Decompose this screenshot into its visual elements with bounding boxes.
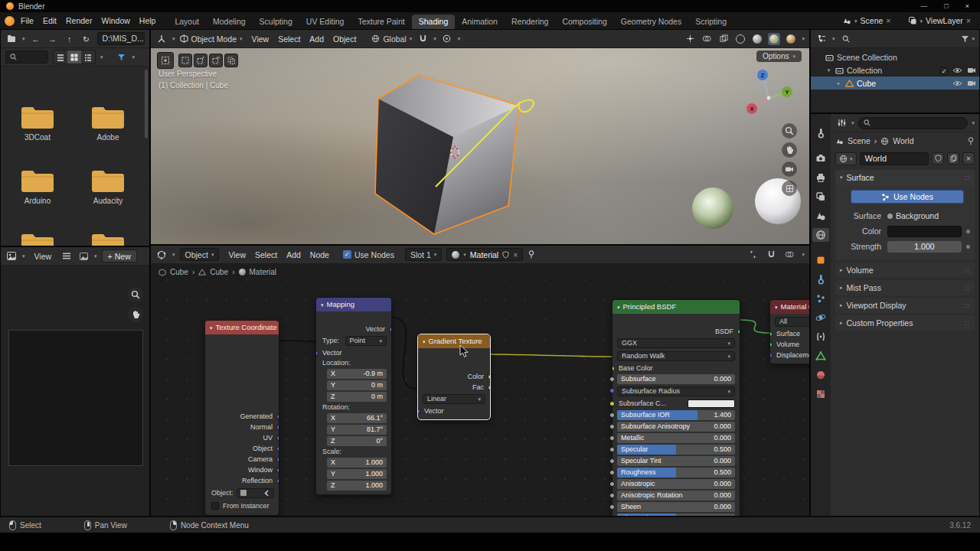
- viewport-3d[interactable]: ▾ Object Mode ▾ ViewSelectAddObject Glob…: [150, 29, 810, 245]
- folder-audacity[interactable]: Audacity: [73, 167, 143, 230]
- properties-tab-object-data[interactable]: [812, 349, 829, 363]
- object-picker-field[interactable]: [237, 488, 274, 498]
- collapse-icon[interactable]: ▾: [423, 339, 426, 344]
- node-socket[interactable]: [609, 424, 615, 429]
- camera-view-icon[interactable]: [782, 161, 797, 177]
- collapse-icon[interactable]: ▾: [617, 305, 620, 310]
- workspace-tab-shading[interactable]: Shading: [412, 15, 456, 29]
- snap-magnet-icon[interactable]: [416, 33, 429, 45]
- properties-tab-modifiers[interactable]: [812, 272, 829, 286]
- use-nodes-checkbox[interactable]: ✓ Use Nodes: [343, 250, 394, 259]
- node-socket[interactable]: [609, 481, 615, 487]
- value-field-y[interactable]: Y1.000: [327, 469, 387, 479]
- menu-edit[interactable]: Edit: [38, 16, 61, 25]
- folder-arduino[interactable]: Arduino: [2, 167, 73, 230]
- shader-menu-add[interactable]: Add: [282, 250, 305, 259]
- strength-field[interactable]: 1.000: [887, 241, 962, 253]
- maximize-button[interactable]: □: [944, 2, 948, 10]
- drag-handle-icon[interactable]: ::: [965, 319, 970, 327]
- expand-icon[interactable]: ▸: [835, 80, 842, 86]
- node-socket[interactable]: [418, 409, 420, 414]
- viewport-editor-icon[interactable]: [155, 33, 168, 45]
- active-tool-button[interactable]: [157, 52, 174, 69]
- check-icon[interactable]: ✓: [940, 66, 948, 75]
- node-socket[interactable]: [770, 342, 773, 347]
- pin-icon[interactable]: [528, 250, 535, 259]
- node-gradient-texture[interactable]: ▾Gradient TextureColorFacLinear▾Vector: [417, 334, 491, 420]
- world-browse-button[interactable]: ▾: [835, 152, 857, 165]
- viewport-zoom-icon[interactable]: [782, 123, 797, 139]
- panel-custom-properties[interactable]: ▸Custom Properties::: [835, 315, 975, 331]
- node-socket[interactable]: [737, 329, 740, 334]
- workspace-tab-uv-editing[interactable]: UV Editing: [299, 15, 351, 29]
- close-button[interactable]: ×: [965, 2, 969, 10]
- options-dropdown[interactable]: Options ▾: [756, 51, 802, 62]
- slider-anisotropic[interactable]: Anisotropic0.000: [617, 479, 735, 489]
- node-socket[interactable]: [609, 504, 615, 510]
- proportional-edit-icon[interactable]: [441, 33, 453, 45]
- properties-tab-output[interactable]: [812, 171, 829, 184]
- viewport-pan-hand-icon[interactable]: [782, 142, 797, 158]
- value-field-z[interactable]: Z0 m: [327, 392, 387, 402]
- shading-rendered-button[interactable]: [785, 33, 797, 45]
- slider-metallic[interactable]: Metallic0.000: [617, 433, 735, 443]
- viewport-menu-add[interactable]: Add: [305, 34, 328, 44]
- menu-view[interactable]: View: [30, 252, 57, 261]
- node-socket[interactable]: [770, 353, 773, 358]
- node-select-subsurface-radius[interactable]: Subsurface Radius▾: [617, 386, 735, 396]
- properties-tab-material[interactable]: [812, 368, 829, 382]
- drag-handle-icon[interactable]: ::: [965, 284, 970, 292]
- properties-editor-icon[interactable]: [835, 117, 848, 129]
- slider-specular-tint[interactable]: Specular Tint0.000: [617, 456, 735, 466]
- node-socket[interactable]: [609, 493, 615, 498]
- sort-arrows-icon[interactable]: [746, 249, 759, 261]
- value-field-z[interactable]: Z1.000: [327, 481, 387, 491]
- breadcrumb-object[interactable]: Cube: [170, 268, 188, 276]
- toggle-ortho-icon[interactable]: [782, 181, 797, 196]
- properties-search-input[interactable]: [858, 117, 969, 129]
- folder-partial-4[interactable]: [2, 230, 73, 246]
- display-thumbnail-button[interactable]: [67, 51, 81, 64]
- shader-menu-node[interactable]: Node: [305, 250, 334, 259]
- refresh-button[interactable]: ↻: [80, 33, 93, 45]
- display-vertical-list-button[interactable]: [54, 51, 67, 64]
- collapse-icon[interactable]: ▾: [775, 305, 778, 310]
- navigation-gizmo[interactable]: Z Y X: [739, 64, 799, 123]
- blender-logo-icon[interactable]: [5, 16, 15, 26]
- workspace-tab-texture-paint[interactable]: Texture Paint: [351, 15, 411, 29]
- select-mode-subtract-button[interactable]: [209, 54, 223, 67]
- folder-adobe[interactable]: Adobe: [73, 103, 143, 167]
- outliner-row-collection[interactable]: ▾Collection✓: [811, 64, 979, 77]
- node-socket[interactable]: [276, 457, 279, 462]
- select-mode-set-button[interactable]: [178, 54, 192, 67]
- panel-viewport-display[interactable]: ▸Viewport Display::: [835, 298, 975, 313]
- node-socket[interactable]: [276, 446, 279, 452]
- properties-tab-world[interactable]: [812, 228, 829, 242]
- properties-tab-physics[interactable]: [812, 311, 829, 324]
- breadcrumb-material[interactable]: Material: [250, 268, 277, 276]
- show-gizmos-icon[interactable]: [684, 33, 696, 45]
- surface-shader-value[interactable]: Background: [887, 211, 972, 220]
- workspace-tab-sculpting[interactable]: Sculpting: [253, 15, 299, 29]
- outliner-filter[interactable]: ▾: [961, 35, 975, 43]
- collapse-icon[interactable]: ▾: [321, 302, 324, 308]
- forward-button[interactable]: →: [47, 33, 59, 45]
- node-socket[interactable]: [609, 447, 615, 452]
- menu-window[interactable]: Window: [96, 16, 134, 25]
- folder-3dcoat[interactable]: 3DCoat: [2, 103, 73, 167]
- image-editor-icon[interactable]: [5, 250, 18, 262]
- transform-orientation-dropdown[interactable]: Global ▾: [371, 34, 412, 44]
- node-select-all[interactable]: All▾: [775, 317, 810, 327]
- select-mode-intersect-button[interactable]: [224, 54, 238, 67]
- expand-icon[interactable]: ▾: [825, 67, 832, 73]
- chevron-down-icon[interactable]: ▾: [100, 54, 103, 60]
- scrollbar[interactable]: [145, 70, 148, 139]
- node-socket[interactable]: [389, 327, 391, 332]
- shading-wireframe-button[interactable]: [734, 33, 746, 45]
- material-datablock[interactable]: ▾ Material ×: [446, 248, 523, 261]
- checkbox[interactable]: [211, 502, 219, 510]
- node-texture-coordinate[interactable]: ▾Texture CoordinateGeneratedNormalUVObje…: [204, 320, 279, 516]
- workspace-tab-compositing[interactable]: Compositing: [555, 15, 613, 29]
- properties-tab-render[interactable]: [812, 152, 829, 165]
- image-browse-icon[interactable]: [77, 250, 90, 262]
